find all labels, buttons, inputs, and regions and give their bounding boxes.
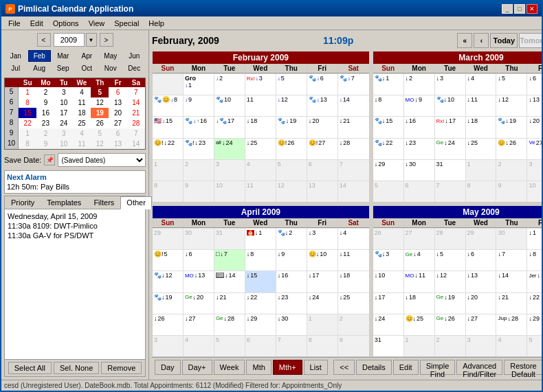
- cal-cell[interactable]: 6: [245, 336, 276, 356]
- month-jun[interactable]: Jun: [123, 50, 146, 62]
- cal-cell[interactable]: ↓18: [404, 293, 435, 314]
- cal-cell[interactable]: ↓5: [496, 74, 527, 95]
- cal-cell[interactable]: 😊!27: [307, 139, 338, 159]
- advanced-find-button[interactable]: Advanced Find/Filter: [456, 360, 502, 375]
- cal-cell[interactable]: 1: [307, 314, 338, 335]
- mini-cal-day[interactable]: 15: [19, 108, 36, 118]
- rewind-button[interactable]: <<: [333, 360, 355, 375]
- cal-cell[interactable]: ↓14: [338, 95, 369, 116]
- mini-cal-day[interactable]: 10: [55, 97, 73, 108]
- cal-cell[interactable]: ↓24: [373, 314, 404, 335]
- mini-cal-day[interactable]: 6: [109, 128, 126, 139]
- next-year-button[interactable]: >: [100, 33, 113, 47]
- cal-cell[interactable]: ↓21: [338, 117, 369, 137]
- menu-special[interactable]: Special: [110, 19, 143, 28]
- left-button[interactable]: ‹: [474, 33, 489, 48]
- cal-cell[interactable]: ↓5: [276, 74, 307, 95]
- cal-cell[interactable]: Ge↓24: [435, 139, 466, 159]
- cal-cell[interactable]: ↓25: [338, 293, 369, 314]
- cal-cell[interactable]: 😊↓26: [496, 139, 527, 159]
- cal-cell[interactable]: ↓17: [307, 271, 338, 292]
- cal-cell[interactable]: Ve27: [527, 139, 542, 159]
- mini-cal-day[interactable]: 20: [109, 108, 126, 118]
- cal-cell[interactable]: 29: [466, 229, 497, 249]
- cal-cell[interactable]: 4: [496, 336, 527, 356]
- cal-cell[interactable]: ↓25: [466, 139, 497, 159]
- cal-cell[interactable]: 🐾↓19: [276, 117, 307, 137]
- cal-cell[interactable]: ↓12: [496, 95, 527, 116]
- cal-cell[interactable]: ↓8: [245, 250, 276, 270]
- cal-cell[interactable]: 😊!26: [276, 139, 307, 159]
- cal-cell[interactable]: ↓21: [496, 293, 527, 314]
- cal-cell[interactable]: ↓4: [466, 74, 497, 95]
- cal-cell[interactable]: 3: [214, 160, 245, 181]
- cal-cell[interactable]: □↓7: [214, 250, 245, 270]
- cal-cell[interactable]: 7: [435, 181, 466, 202]
- mini-cal-day[interactable]: 7: [127, 87, 145, 97]
- cal-cell[interactable]: 🐾↓12: [153, 271, 184, 292]
- cal-cell[interactable]: 2: [496, 160, 527, 181]
- cal-cell[interactable]: Ge↓26: [435, 314, 466, 335]
- cal-cell[interactable]: 🐾😊↓8: [153, 95, 184, 116]
- cal-cell[interactable]: 🐾↓6: [307, 74, 338, 95]
- menu-edit[interactable]: Edit: [26, 19, 47, 28]
- mini-cal-day[interactable]: 14: [127, 139, 145, 149]
- day-plus-view-button[interactable]: Day+: [182, 360, 212, 375]
- cal-cell[interactable]: 31: [373, 336, 404, 356]
- day-view-button[interactable]: Day: [155, 360, 181, 375]
- details-button[interactable]: Details: [356, 360, 392, 375]
- tab-filters[interactable]: Filters: [87, 196, 120, 209]
- save-date-select[interactable]: (Saved Dates): [58, 153, 146, 167]
- cal-cell[interactable]: Ge↓20: [184, 293, 214, 314]
- cal-cell[interactable]: ↓11: [338, 250, 369, 270]
- cal-cell[interactable]: 12: [276, 181, 307, 202]
- cal-cell[interactable]: 🐾↓19: [153, 293, 184, 314]
- cal-cell[interactable]: ↓30: [404, 160, 435, 181]
- cal-cell[interactable]: 😊!↓22: [153, 139, 184, 159]
- tab-other[interactable]: Other: [120, 196, 152, 209]
- cal-cell[interactable]: ↓20: [307, 117, 338, 137]
- cal-cell[interactable]: MO↓9: [404, 95, 435, 116]
- select-all-button[interactable]: Select All: [8, 362, 52, 374]
- menu-options[interactable]: Options: [49, 19, 83, 28]
- cal-cell[interactable]: ↓11: [466, 95, 497, 116]
- cal-cell[interactable]: 9: [184, 181, 214, 202]
- cal-cell[interactable]: ↓2: [404, 74, 435, 95]
- mini-cal-day[interactable]: 26: [91, 118, 109, 128]
- cal-cell[interactable]: ↓25: [245, 139, 276, 159]
- cal-cell[interactable]: ↓2: [214, 74, 245, 95]
- cal-cell[interactable]: 1: [404, 336, 435, 356]
- mini-cal-day[interactable]: 11: [73, 139, 91, 149]
- cal-cell[interactable]: ↓23: [404, 139, 435, 159]
- cal-cell[interactable]: 2: [338, 314, 369, 335]
- mini-cal-day[interactable]: 28: [127, 118, 145, 128]
- menu-file[interactable]: File: [4, 19, 25, 28]
- cal-cell[interactable]: ↓23: [276, 293, 307, 314]
- mini-cal-day[interactable]: 13: [109, 139, 126, 149]
- month-may[interactable]: May: [99, 50, 122, 62]
- cal-cell[interactable]: ↓16: [276, 271, 307, 292]
- month-mar[interactable]: Mar: [52, 50, 75, 62]
- cal-cell[interactable]: ↓18: [338, 271, 369, 292]
- cal-cell[interactable]: ⌨↓14: [214, 271, 245, 292]
- mini-cal-day[interactable]: 14: [127, 97, 145, 108]
- cal-cell[interactable]: 🐾↓7: [338, 74, 369, 95]
- cal-cell[interactable]: 😊!5: [153, 250, 184, 270]
- cal-cell[interactable]: 5: [373, 181, 404, 202]
- cal-cell[interactable]: ↓28: [338, 139, 369, 159]
- cal-cell[interactable]: 5: [527, 336, 542, 356]
- mini-cal-day[interactable]: 6: [109, 87, 126, 97]
- edit-button[interactable]: Edit: [393, 360, 419, 375]
- cal-cell[interactable]: 3: [466, 336, 497, 356]
- mini-cal-day[interactable]: 5: [91, 87, 109, 97]
- cal-cell[interactable]: ↓15: [245, 271, 276, 292]
- cal-cell[interactable]: 2: [184, 160, 214, 181]
- cal-cell[interactable]: ↓12: [276, 95, 307, 116]
- cal-cell[interactable]: 30: [496, 229, 527, 249]
- mini-cal-day[interactable]: 16: [36, 108, 54, 118]
- mini-cal-day[interactable]: 8: [19, 97, 36, 108]
- tomorrow-button[interactable]: Tomorrow: [519, 33, 542, 48]
- cal-cell[interactable]: ↓6: [466, 250, 497, 270]
- cal-cell[interactable]: 🐾↓22: [373, 139, 404, 159]
- cal-cell[interactable]: 9: [496, 181, 527, 202]
